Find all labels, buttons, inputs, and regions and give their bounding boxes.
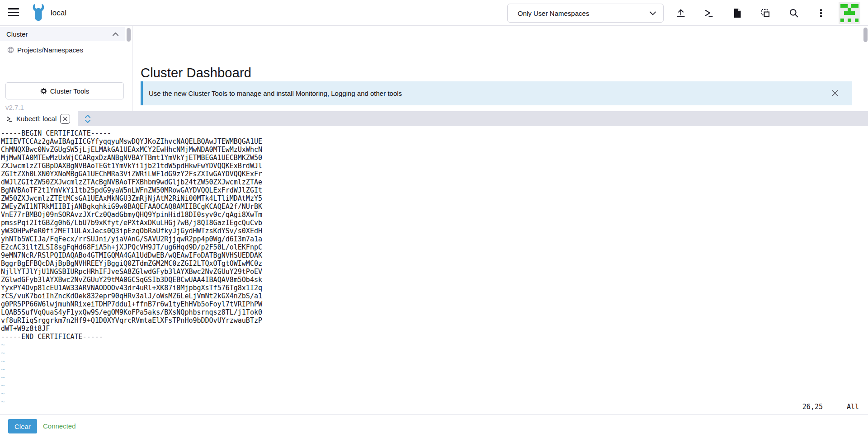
cluster-tools-banner: Use the new Cluster Tools to manage and …	[141, 81, 852, 105]
namespace-filter-value: Only User Namespaces	[518, 9, 650, 17]
sidebar-scrollbar[interactable]	[127, 28, 131, 42]
chevron-down-icon	[650, 11, 656, 15]
cluster-name: local	[51, 0, 66, 26]
kubectl-terminal-panel: Kubectl: local -----BEGIN CERTIFICATE---…	[0, 111, 868, 414]
terminal-footer: Clear Connected	[0, 414, 868, 438]
chevron-up-icon	[113, 33, 118, 36]
banner-text: Use the new Cluster Tools to manage and …	[149, 89, 402, 97]
vim-ruler-scroll: All	[847, 403, 859, 411]
cluster-tools-button[interactable]: Cluster Tools	[5, 82, 124, 99]
user-avatar[interactable]	[839, 2, 860, 24]
main-scrollbar[interactable]	[863, 28, 868, 42]
expand-collapse-panel-icon[interactable]	[84, 114, 93, 123]
certificate-text: -----BEGIN CERTIFICATE-----MIIEVTCCAz2gA…	[1, 129, 868, 341]
import-yaml-icon[interactable]	[760, 7, 771, 19]
upload-icon[interactable]	[675, 7, 687, 19]
page-title: Cluster Dashboard	[141, 66, 251, 80]
hamburger-menu-icon[interactable]	[8, 8, 19, 18]
vim-ruler-position: 26,25	[802, 403, 823, 411]
kebab-menu-icon[interactable]	[815, 7, 827, 19]
gear-icon	[40, 88, 47, 94]
terminal-output[interactable]: -----BEGIN CERTIFICATE-----MIIEVTCCAz2gA…	[0, 126, 868, 414]
vim-empty-lines: ~~~~~~~~	[1, 341, 868, 406]
cluster-tools-label: Cluster Tools	[50, 87, 89, 95]
namespace-filter-dropdown[interactable]: Only User Namespaces	[507, 4, 664, 23]
main-content: Cluster Dashboard Use the new Cluster To…	[133, 26, 868, 111]
kubectl-shell-icon[interactable]	[703, 7, 715, 19]
sidebar-item-label: Projects/Namespaces	[17, 46, 83, 54]
terminal-tabbar: Kubectl: local	[0, 111, 868, 126]
terminal-prompt-icon	[6, 116, 13, 122]
sidebar-section-cluster[interactable]: Cluster	[0, 27, 125, 41]
sidebar-section-label: Cluster	[6, 30, 113, 38]
rancher-cow-icon	[31, 4, 46, 23]
terminal-tab-kubectl-local[interactable]: Kubectl: local	[0, 111, 78, 126]
connection-status: Connected	[43, 414, 76, 438]
top-header: local Only User Namespaces	[0, 0, 868, 26]
terminal-tab-close-icon[interactable]	[60, 114, 70, 124]
sidebar-item-projects-namespaces[interactable]: Projects/Namespaces	[0, 44, 125, 56]
banner-close-icon[interactable]	[831, 89, 839, 97]
clear-button[interactable]: Clear	[8, 419, 37, 433]
file-icon[interactable]	[731, 7, 743, 19]
sidebar: Cluster Projects/Namespaces Cluster Tool…	[0, 26, 132, 111]
version-label: v2.7.1	[5, 104, 24, 111]
search-icon[interactable]	[788, 7, 800, 19]
globe-icon	[7, 47, 14, 53]
terminal-tab-label: Kubectl: local	[16, 115, 57, 122]
